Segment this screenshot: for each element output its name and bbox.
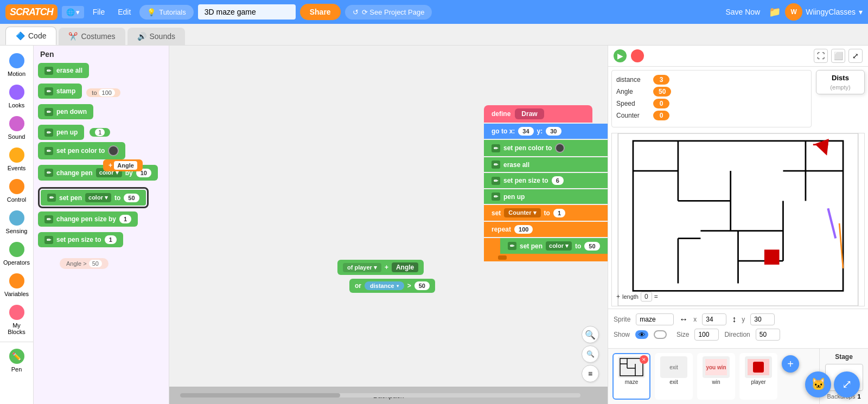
block-erase-all[interactable]: ✏ erase all [38, 63, 164, 81]
zoom-controls: 🔍 🔍 ≡ [582, 326, 599, 382]
stage-container: ▶ ⛶ ⬜ ⤢ distance 3 Angle 50 Sp [608, 46, 868, 404]
block-change-pen-color[interactable]: ✏ change pen color ▾ by 10 + Angle [38, 165, 164, 184]
category-events[interactable]: Events [2, 144, 32, 175]
scrollbar-thumb [180, 393, 340, 397]
expand-icon[interactable]: ⤢ [848, 49, 863, 63]
fullscreen-icon[interactable]: ⬜ [831, 49, 845, 63]
scripts-area[interactable]: of player ▾ + Angle or distance▾ > 50 de… [169, 46, 608, 404]
add-sprite-area: + [782, 355, 799, 400]
sounds-icon: 🔊 [137, 32, 146, 41]
y-arrow-icon: ↕ [732, 315, 736, 324]
x-arrow-icon: ↔ [679, 315, 688, 324]
svg-rect-15 [764, 249, 780, 265]
block-set-pen-color-highlighted[interactable]: ✏ set pen color ▾ to 50 [38, 187, 149, 208]
exit-thumbnail: exit [660, 356, 687, 378]
share-button[interactable]: Share [300, 4, 341, 20]
edit-menu[interactable]: Edit [113, 5, 135, 18]
block-pen-down[interactable]: ✏ pen down [38, 104, 164, 123]
block-angle-stub: Angle > 50 [60, 258, 164, 269]
user-area[interactable]: W WiingyClasses ▾ [785, 3, 863, 21]
category-sensing[interactable]: Sensing [2, 207, 32, 238]
globe-arrow: ▾ [76, 8, 80, 16]
user-avatar: W [785, 3, 802, 21]
sprite-y-input[interactable] [750, 313, 775, 325]
tutorials-icon: 💡 [147, 8, 156, 16]
dists-popup: Dists (empty) [816, 70, 865, 94]
category-looks[interactable]: Looks [2, 81, 32, 112]
category-motion[interactable]: Motion [2, 50, 32, 80]
sprite-list-area: ✕ maze exit [608, 348, 868, 404]
globe-icon: 🌐 [66, 8, 75, 16]
topbar: SCRATCH 🌐 ▾ File Edit 💡 Tutorials Share … [0, 0, 868, 24]
costumes-icon: ✂️ [68, 32, 78, 41]
stage-header: ▶ ⛶ ⬜ ⤢ [608, 46, 868, 67]
compress-icon[interactable]: ⛶ [814, 49, 828, 63]
stage-icons: ⛶ ⬜ ⤢ [814, 49, 863, 63]
tab-costumes[interactable]: ✂️ Costumes [59, 28, 125, 45]
delete-maze-button[interactable]: ✕ [640, 355, 648, 364]
sprite-list: ✕ maze exit [608, 349, 819, 404]
green-flag-button[interactable]: ▶ [614, 49, 627, 62]
main-layout: Motion Looks Sound Events Control Sensin… [0, 46, 868, 404]
length-display: + length 0 = [616, 292, 658, 302]
zoom-in-button[interactable]: 🔍 [582, 326, 599, 343]
variables-panel: distance 3 Angle 50 Speed 0 Counter 0 [611, 70, 812, 127]
variables-display: distance 3 Angle 50 Speed 0 Counter 0 Di… [608, 67, 868, 131]
save-now-button[interactable]: Save Now [721, 5, 764, 18]
category-operators[interactable]: Operators [2, 239, 32, 269]
sprite-direction-input[interactable] [756, 329, 780, 341]
maze-svg [612, 133, 864, 306]
chat-button[interactable]: 🐱 [805, 371, 831, 397]
file-menu[interactable]: File [88, 5, 110, 18]
scratch-logo[interactable]: SCRATCH [5, 4, 58, 20]
hide-eye-button[interactable] [654, 330, 667, 339]
block-change-pen-size[interactable]: ✏ change pen size by 1 [38, 211, 164, 230]
sprite-name-input[interactable] [636, 313, 674, 325]
sprite-x-input[interactable] [702, 313, 726, 325]
zoom-out-button[interactable]: 🔍 [582, 345, 599, 363]
category-my-blocks[interactable]: My Blocks [2, 302, 32, 338]
block-stamp[interactable]: ✏ stamp to 100 [38, 84, 164, 102]
category-variables[interactable]: Variables [2, 270, 32, 300]
expand-button[interactable]: ⤢ [834, 371, 860, 397]
sprite-thumb-exit[interactable]: exit exit [655, 353, 693, 400]
folder-icon[interactable]: 📁 [769, 6, 781, 18]
blocks-panel-title: Pen [38, 50, 164, 59]
var-counter: Counter 0 [616, 111, 807, 120]
blocks-panel: Pen ✏ erase all ✏ stamp to 100 ✏ pen dow… [34, 46, 169, 404]
categories-sidebar: Motion Looks Sound Events Control Sensin… [0, 46, 34, 404]
var-speed: Speed 0 [616, 99, 807, 108]
category-sound[interactable]: Sound [2, 113, 32, 143]
block-pen-up[interactable]: ✏ pen up 1 [38, 125, 164, 140]
project-name-input[interactable] [198, 4, 296, 20]
horizontal-scrollbar[interactable] [180, 393, 580, 397]
sprite-thumb-win[interactable]: you win win [697, 353, 735, 400]
sprite-info-row: Sprite ↔ x ↕ y [614, 313, 863, 325]
zoom-reset-button[interactable]: ≡ [582, 365, 599, 382]
globe-button[interactable]: 🌐 ▾ [62, 6, 84, 18]
sprite-size-input[interactable] [694, 329, 719, 341]
user-dropdown-icon: ▾ [859, 8, 863, 16]
or-distance-block[interactable]: or distance▾ > 50 [349, 279, 435, 293]
var-angle: Angle 50 [616, 87, 807, 97]
see-project-button[interactable]: ↺ ⟳ See Project Page [345, 5, 432, 20]
sprite-thumb-maze[interactable]: ✕ maze [612, 353, 650, 400]
sprite-info-row2: Show 👁 Size Direction [614, 329, 863, 341]
main-script: define Draw go to x: 34 y: 30 ✏ set pen … [484, 105, 608, 261]
stop-button[interactable] [631, 49, 644, 62]
tab-code[interactable]: 🔷 Code [5, 27, 56, 45]
win-thumbnail: you win [703, 356, 730, 378]
show-eye-button[interactable]: 👁 [635, 330, 648, 339]
category-pen[interactable]: ✏️ Pen [2, 345, 32, 376]
block-set-pen-color[interactable]: ✏ set pen color to [38, 142, 164, 163]
var-distance: distance 3 [616, 75, 807, 85]
tutorials-button[interactable]: 💡 Tutorials [139, 5, 193, 20]
sprite-thumb-player[interactable]: player [739, 353, 777, 400]
add-sprite-button[interactable]: + [782, 355, 799, 373]
or-block[interactable]: of player ▾ + Angle [337, 260, 424, 275]
category-control[interactable]: Control [2, 176, 32, 206]
tab-sounds[interactable]: 🔊 Sounds [127, 28, 185, 45]
tabs-bar: 🔷 Code ✂️ Costumes 🔊 Sounds [0, 24, 868, 46]
stage-canvas[interactable]: + length 0 = [611, 133, 865, 306]
block-set-pen-size[interactable]: ✏ set pen size to 1 [38, 232, 164, 247]
